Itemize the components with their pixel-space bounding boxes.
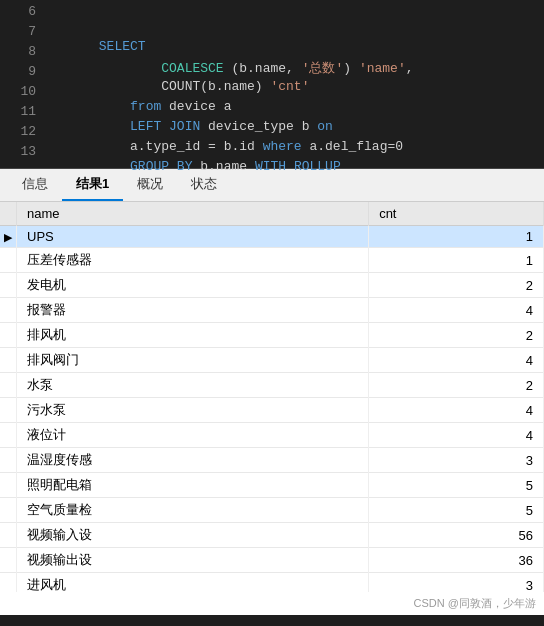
name-cell: 视频输入设	[17, 523, 369, 548]
selected-row-arrow: ▶	[4, 231, 12, 243]
cnt-cell: 3	[369, 573, 544, 593]
row-indicator	[0, 398, 17, 423]
table-row[interactable]: 污水泵4	[0, 398, 544, 423]
row-indicator	[0, 548, 17, 573]
cnt-cell: 5	[369, 498, 544, 523]
name-cell: UPS	[17, 226, 369, 248]
col-cnt-header: cnt	[369, 202, 544, 226]
row-indicator	[0, 573, 17, 593]
tab-results[interactable]: 结果1	[62, 169, 123, 201]
line-number: 6	[8, 4, 36, 19]
cnt-cell: 56	[369, 523, 544, 548]
table-header-row: name cnt	[0, 202, 544, 226]
code-editor: 6 7 SELECT 8 COALESCE (b.name, '总数') 'na…	[0, 0, 544, 169]
code-line-6: 6	[0, 4, 544, 24]
cnt-cell: 2	[369, 323, 544, 348]
table-row[interactable]: 温湿度传感3	[0, 448, 544, 473]
col-arrow	[0, 202, 17, 226]
row-indicator	[0, 373, 17, 398]
table-row[interactable]: 发电机2	[0, 273, 544, 298]
code-line-9: 9 COUNT(b.name) 'cnt'	[0, 64, 544, 84]
name-cell: 报警器	[17, 298, 369, 323]
name-cell: 发电机	[17, 273, 369, 298]
table-row[interactable]: 空气质量检5	[0, 498, 544, 523]
name-cell: 排风阀门	[17, 348, 369, 373]
cnt-cell: 4	[369, 423, 544, 448]
cnt-cell: 4	[369, 348, 544, 373]
row-indicator	[0, 273, 17, 298]
tab-info[interactable]: 信息	[8, 169, 62, 201]
cnt-cell: 3	[369, 448, 544, 473]
row-indicator	[0, 323, 17, 348]
table-row[interactable]: 报警器4	[0, 298, 544, 323]
table-row[interactable]: 排风机2	[0, 323, 544, 348]
name-cell: 空气质量检	[17, 498, 369, 523]
cnt-cell: 1	[369, 248, 544, 273]
name-cell: 排风机	[17, 323, 369, 348]
table-row[interactable]: 液位计4	[0, 423, 544, 448]
name-cell: 压差传感器	[17, 248, 369, 273]
cnt-cell: 5	[369, 473, 544, 498]
row-indicator: ▶	[0, 226, 17, 248]
row-indicator	[0, 473, 17, 498]
table-row[interactable]: 视频输入设56	[0, 523, 544, 548]
table-row[interactable]: 照明配电箱5	[0, 473, 544, 498]
row-indicator	[0, 423, 17, 448]
row-indicator	[0, 298, 17, 323]
name-cell: 进风机	[17, 573, 369, 593]
name-cell: 水泵	[17, 373, 369, 398]
table-row[interactable]: 水泵2	[0, 373, 544, 398]
table-row[interactable]: 压差传感器1	[0, 248, 544, 273]
table-row[interactable]: 视频输出设36	[0, 548, 544, 573]
cnt-cell: 2	[369, 273, 544, 298]
name-cell: 液位计	[17, 423, 369, 448]
row-indicator	[0, 498, 17, 523]
tab-status[interactable]: 状态	[177, 169, 231, 201]
cnt-cell: 1	[369, 226, 544, 248]
code-line-13: 13 GROUP BY b.name WITH ROLLUP	[0, 144, 544, 164]
watermark: CSDN @同敦酒，少年游	[0, 592, 544, 615]
name-cell: 污水泵	[17, 398, 369, 423]
table-row[interactable]: 排风阀门4	[0, 348, 544, 373]
table-row[interactable]: 进风机3	[0, 573, 544, 593]
cnt-cell: 36	[369, 548, 544, 573]
line-number: 8	[8, 44, 36, 59]
cnt-cell: 2	[369, 373, 544, 398]
name-cell: 照明配电箱	[17, 473, 369, 498]
row-indicator	[0, 448, 17, 473]
table-row[interactable]: ▶UPS1	[0, 226, 544, 248]
code-line-8: 8 COALESCE (b.name, '总数') 'name',	[0, 44, 544, 64]
cnt-cell: 4	[369, 398, 544, 423]
results-table: name cnt ▶UPS1压差传感器1发电机2报警器4排风机2排风阀门4水泵2…	[0, 202, 544, 592]
results-table-container[interactable]: name cnt ▶UPS1压差传感器1发电机2报警器4排风机2排风阀门4水泵2…	[0, 202, 544, 592]
tab-overview[interactable]: 概况	[123, 169, 177, 201]
line-number: 11	[8, 104, 36, 119]
line-number: 10	[8, 84, 36, 99]
name-cell: 视频输出设	[17, 548, 369, 573]
code-line-12: 12 a.type_id = b.id where a.del_flag=0	[0, 124, 544, 144]
row-indicator	[0, 523, 17, 548]
col-name-header: name	[17, 202, 369, 226]
results-area: 信息 结果1 概况 状态 name cnt ▶UPS1压差传感器1发电机2报警器…	[0, 169, 544, 615]
row-indicator	[0, 348, 17, 373]
cnt-cell: 4	[369, 298, 544, 323]
row-indicator	[0, 248, 17, 273]
line-number: 13	[8, 144, 36, 159]
line-number: 12	[8, 124, 36, 139]
code-line-11: 11 LEFT JOIN device_type b on	[0, 104, 544, 124]
line-number: 9	[8, 64, 36, 79]
line-number: 7	[8, 24, 36, 39]
name-cell: 温湿度传感	[17, 448, 369, 473]
code-line-7: 7 SELECT	[0, 24, 544, 44]
